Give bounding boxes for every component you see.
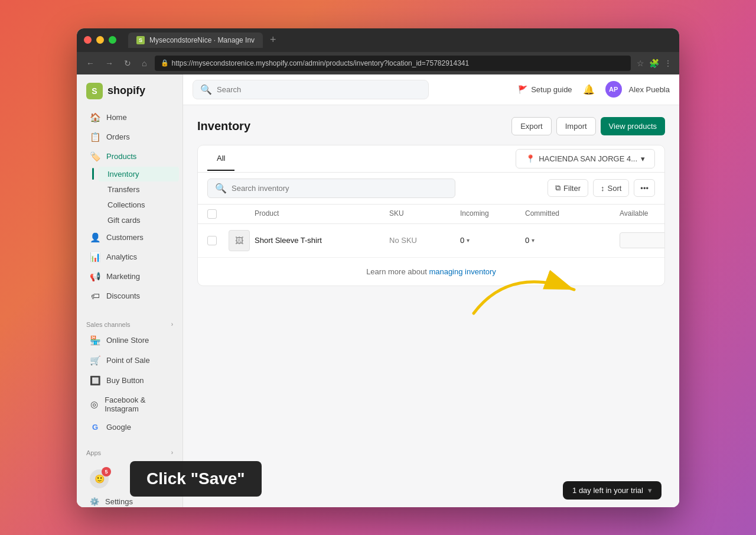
filter-button[interactable]: ⧉ Filter <box>548 179 588 197</box>
sidebar-item-discounts[interactable]: 🏷 Discounts <box>80 287 179 305</box>
analytics-nav-icon: 📊 <box>90 252 100 262</box>
notification-bell-button[interactable]: 🔔 <box>579 80 598 99</box>
page-title: Inventory <box>197 119 250 133</box>
product-img-icon: 🖼 <box>235 236 243 245</box>
refresh-button[interactable]: ↻ <box>122 57 133 69</box>
location-chevron-icon: ▾ <box>641 154 645 163</box>
export-button[interactable]: Export <box>511 117 552 135</box>
sidebar-item-marketing-label: Marketing <box>106 272 140 281</box>
sales-channels-label: Sales channels <box>86 321 131 328</box>
sidebar-item-buy-button[interactable]: 🔲 Buy Button <box>80 371 179 390</box>
search-inventory-input[interactable] <box>232 184 448 193</box>
sidebar-sub-collections-label: Collections <box>107 200 145 209</box>
point-of-sale-icon: 🛒 <box>90 355 100 366</box>
sidebar-item-analytics[interactable]: 📊 Analytics <box>80 248 179 267</box>
setup-guide-label: Setup guide <box>531 85 572 94</box>
sidebar-item-online-store[interactable]: 🏪 Online Store <box>80 331 179 350</box>
sidebar-sub-collections[interactable]: Collections <box>98 197 179 212</box>
home-icon[interactable]: ⌂ <box>139 57 149 69</box>
available-cell: ⧉ Save <box>620 232 655 249</box>
trial-banner[interactable]: 1 day left in your trial ▾ <box>563 481 662 500</box>
sales-channels-header[interactable]: Sales channels › <box>77 315 183 330</box>
flag-icon: 🚩 <box>518 85 527 94</box>
product-col-header: Product <box>255 209 389 219</box>
sidebar-item-orders-label: Orders <box>106 132 130 141</box>
google-icon: G <box>90 423 100 432</box>
sidebar-item-point-of-sale[interactable]: 🛒 Point of Sale <box>80 351 179 370</box>
sidebar-item-online-store-label: Online Store <box>106 336 149 345</box>
sort-button[interactable]: ↕ Sort <box>593 179 629 197</box>
user-avatar-circle: 🙂 5 <box>90 469 109 488</box>
sidebar-item-products[interactable]: 🏷️ Products <box>80 147 179 166</box>
url-input[interactable]: 🔒 https://mysecondstorenice.myshopify.co… <box>155 56 631 71</box>
card-toolbar: 🔍 ⧉ Filter ↕ Sort <box>198 173 664 205</box>
bookmark-icon[interactable]: ☆ <box>637 59 644 68</box>
sidebar-sub-transfers[interactable]: Transfers <box>98 182 179 197</box>
tab-area: S MysecondstoreNice · Manage Inv + <box>128 31 281 48</box>
product-img-header <box>229 209 255 219</box>
sidebar: S shopify 🏠 Home 📋 Orders 🏷️ Products <box>77 74 183 507</box>
sidebar-item-fb-ig-label: Facebook & Instagram <box>105 395 170 413</box>
browser-tab[interactable]: S MysecondstoreNice · Manage Inv <box>128 33 263 48</box>
top-bar: 🔍 🚩 Setup guide 🔔 AP Alex Puebla <box>183 74 679 105</box>
sidebar-sub-gift-cards[interactable]: Gift cards <box>98 213 179 228</box>
menu-icon[interactable]: ⋮ <box>664 59 672 68</box>
global-search-bar[interactable]: 🔍 <box>193 80 429 99</box>
user-avatar: AP <box>605 81 622 98</box>
sidebar-sub-inventory[interactable]: Inventory <box>98 167 179 181</box>
tab-title: MysecondstoreNice · Manage Inv <box>149 36 255 44</box>
available-input[interactable] <box>620 232 665 248</box>
orders-nav-icon: 📋 <box>90 132 100 142</box>
footer-note: Learn more about managing inventory <box>198 258 664 286</box>
sidebar-item-home-label: Home <box>106 113 127 122</box>
committed-cell: 0 ▾ <box>525 236 620 245</box>
close-button[interactable] <box>84 36 92 44</box>
sidebar-item-products-label: Products <box>106 152 136 161</box>
maximize-button[interactable] <box>109 36 116 44</box>
user-initials: AP <box>609 86 618 93</box>
managing-inventory-link[interactable]: managing inventory <box>429 267 496 276</box>
search-inventory[interactable]: 🔍 <box>207 179 455 198</box>
minimize-button[interactable] <box>96 36 104 44</box>
sidebar-item-facebook-instagram[interactable]: ◎ Facebook & Instagram <box>80 391 179 417</box>
committed-dropdown-icon[interactable]: ▾ <box>532 237 535 244</box>
sidebar-sub-transfers-label: Transfers <box>107 185 139 194</box>
tab-all[interactable]: All <box>207 147 234 171</box>
incoming-cell: 0 ▾ <box>460 236 525 245</box>
sort-label: Sort <box>608 184 622 193</box>
sidebar-item-customers[interactable]: 👤 Customers <box>80 228 179 247</box>
apps-header[interactable]: Apps › <box>77 443 183 459</box>
app-layout: S shopify 🏠 Home 📋 Orders 🏷️ Products <box>77 74 679 507</box>
import-button[interactable]: Import <box>556 117 596 135</box>
page-header: Inventory Export Import View products <box>197 117 665 135</box>
sku-cell: No SKU <box>389 236 460 245</box>
row-checkbox-cell <box>207 236 229 245</box>
global-search-input[interactable] <box>217 85 421 94</box>
sidebar-item-marketing[interactable]: 📢 Marketing <box>80 267 179 286</box>
incoming-value: 0 <box>460 236 464 245</box>
sidebar-item-orders[interactable]: 📋 Orders <box>80 128 179 147</box>
extension-icon[interactable]: 🧩 <box>649 59 659 68</box>
select-all-checkbox[interactable] <box>207 209 217 219</box>
filter-label: Filter <box>563 184 581 193</box>
product-img-cell: 🖼 <box>229 230 255 251</box>
title-bar: S MysecondstoreNice · Manage Inv + <box>77 28 679 52</box>
view-products-button[interactable]: View products <box>601 117 665 135</box>
sidebar-sub-inventory-label: Inventory <box>107 170 139 179</box>
click-save-text: Click "Save" <box>146 469 245 488</box>
row-checkbox[interactable] <box>207 236 217 245</box>
sidebar-item-google[interactable]: G Google <box>80 419 179 436</box>
product-name-cell[interactable]: Short Sleeve T-shirt <box>255 236 389 245</box>
customers-nav-icon: 👤 <box>90 232 100 243</box>
setup-guide-button[interactable]: 🚩 Setup guide <box>518 85 572 94</box>
forward-button[interactable]: → <box>103 57 116 69</box>
top-bar-actions: 🚩 Setup guide 🔔 AP Alex Puebla <box>518 80 670 99</box>
incoming-dropdown-icon[interactable]: ▾ <box>467 237 470 244</box>
back-button[interactable]: ← <box>84 57 97 69</box>
sidebar-item-home[interactable]: 🏠 Home <box>80 108 179 127</box>
more-button[interactable]: ••• <box>634 179 655 197</box>
available-col-header: Available <box>620 209 655 219</box>
location-selector[interactable]: 📍 HACIENDA SAN JORGE 4... ▾ <box>516 149 655 168</box>
discounts-nav-icon: 🏷 <box>90 291 100 301</box>
new-tab-button[interactable]: + <box>265 31 281 48</box>
